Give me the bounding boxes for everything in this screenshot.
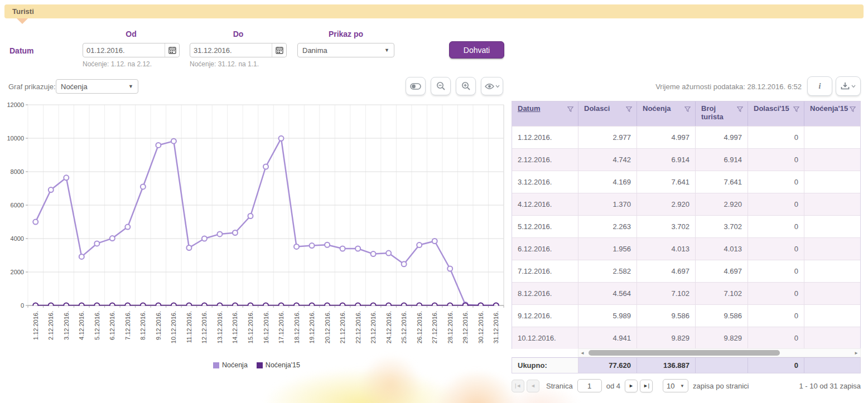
svg-text:27.12.2016.: 27.12.2016.: [431, 311, 438, 343]
svg-text:4.12.2016.: 4.12.2016.: [78, 311, 85, 340]
table-cell: 4.997: [696, 127, 748, 148]
table-row[interactable]: 10.12.2016.4.9419.8299.8290: [512, 327, 860, 349]
table-row[interactable]: 5.12.2016.2.2633.7023.7020: [512, 215, 860, 237]
date-from-field[interactable]: [83, 43, 180, 57]
total-label: Ukupno:: [512, 358, 578, 373]
filter-icon[interactable]: [567, 106, 573, 113]
table-cell: 7.641: [637, 171, 696, 193]
svg-text:8000: 8000: [11, 168, 24, 175]
table-row[interactable]: 3.12.2016.4.1697.6417.6410: [512, 171, 860, 193]
legend-item[interactable]: Noćenja'15: [257, 361, 300, 369]
dohvati-button[interactable]: Dohvati: [449, 41, 504, 59]
page-size-select[interactable]: 10 ▼: [663, 379, 688, 392]
data-updated-label: Vrijeme ažurnosti podataka: 28.12.2016. …: [614, 82, 802, 91]
chevron-down-icon: [851, 85, 856, 88]
table-row[interactable]: 7.12.2016.2.5824.6974.6970: [512, 260, 860, 282]
table-cell: 7.102: [696, 283, 748, 304]
table-cell: 7.12.2016.: [512, 260, 578, 282]
page-title: Turisti: [12, 7, 34, 16]
table-cell: 4.013: [637, 238, 696, 260]
chart-toggle-button[interactable]: [406, 77, 426, 95]
column-header-label: Dolasci: [584, 105, 610, 113]
svg-text:9.12.2016.: 9.12.2016.: [155, 311, 162, 340]
calendar-icon[interactable]: [165, 43, 179, 57]
table-cell: 9.586: [637, 305, 696, 327]
table-row[interactable]: 9.12.2016.5.9899.5869.5860: [512, 304, 860, 327]
table-cell: 4.12.2016.: [512, 193, 578, 215]
svg-text:15.12.2016.: 15.12.2016.: [247, 311, 254, 343]
table-row[interactable]: 4.12.2016.1.3702.9202.9200: [512, 193, 860, 215]
table-cell: [804, 283, 860, 304]
export-button[interactable]: [836, 76, 861, 96]
line-chart[interactable]: 0200040006000800010000120001.12.2016.2.1…: [6, 100, 508, 365]
svg-text:7.12.2016.: 7.12.2016.: [124, 311, 131, 340]
column-header[interactable]: Dolasci'15: [748, 101, 804, 126]
total-cell: [804, 358, 860, 373]
series-visibility-button[interactable]: [481, 77, 503, 95]
filter-icon[interactable]: [684, 106, 691, 113]
scroll-right-icon[interactable]: ►: [852, 351, 860, 356]
prev-page-button[interactable]: ◄: [527, 380, 539, 392]
last-page-button[interactable]: ►|: [640, 380, 653, 392]
table-cell: 10.12.2016.: [512, 327, 578, 349]
table-cell: 0: [748, 216, 804, 237]
total-cell: 136.887: [637, 358, 696, 373]
frozen-column-spacer: [512, 348, 578, 357]
column-header[interactable]: Dolasci: [578, 101, 637, 126]
table-row[interactable]: 6.12.2016.1.9564.0134.0130: [512, 237, 860, 260]
zoom-in-icon: [461, 81, 471, 91]
table-row[interactable]: 2.12.2016.4.7426.9146.9140: [512, 148, 860, 171]
scrollbar-track[interactable]: [586, 350, 852, 356]
filter-icon[interactable]: [793, 106, 799, 113]
column-header[interactable]: Datum: [512, 101, 578, 126]
date-from-input[interactable]: [83, 46, 165, 55]
table-cell: 3.702: [696, 216, 748, 237]
svg-text:23.12.2016.: 23.12.2016.: [370, 311, 377, 343]
svg-text:26.12.2016.: 26.12.2016.: [416, 311, 423, 343]
svg-text:22.12.2016.: 22.12.2016.: [355, 311, 361, 343]
legend-label: Noćenja: [222, 361, 248, 369]
filter-icon[interactable]: [737, 106, 743, 113]
zoom-in-button[interactable]: [456, 77, 476, 95]
date-to-input[interactable]: [190, 46, 272, 55]
od-label: Od: [83, 30, 180, 38]
table-row[interactable]: 8.12.2016.4.5647.1027.1020: [512, 282, 860, 304]
scrollbar-thumb[interactable]: [589, 350, 780, 356]
svg-text:1.12.2016.: 1.12.2016.: [32, 311, 39, 340]
info-button[interactable]: i: [807, 76, 832, 96]
legend-item[interactable]: Noćenja: [213, 361, 248, 369]
total-cells: 77.620136.8870: [578, 358, 860, 373]
table-cell: 4.697: [637, 260, 696, 282]
table-cell: 5.989: [578, 305, 637, 327]
table-cell: 6.914: [637, 149, 696, 171]
table-cell: [804, 193, 860, 215]
prikaz-po-select[interactable]: Danima ▼: [297, 43, 394, 57]
table-cell: 0: [748, 149, 804, 171]
next-page-button[interactable]: ►: [625, 380, 638, 392]
table-cell: 0: [748, 305, 804, 327]
prikaz-po-value: Danima: [302, 46, 327, 55]
scroll-left-icon[interactable]: ◄: [578, 351, 586, 356]
first-page-button[interactable]: |◄: [512, 380, 524, 392]
column-header[interactable]: Noćenja'15: [804, 101, 860, 126]
page-title-bar[interactable]: Turisti: [4, 4, 864, 18]
filter-icon[interactable]: [626, 106, 632, 113]
table-row[interactable]: 1.12.2016.2.9774.9974.9970: [512, 126, 860, 148]
svg-text:31.12.2016.: 31.12.2016.: [493, 311, 499, 343]
calendar-icon[interactable]: [272, 43, 286, 57]
svg-text:16.12.2016.: 16.12.2016.: [263, 311, 269, 343]
table-cell: 9.586: [696, 305, 748, 327]
graf-prikazuje-select[interactable]: Noćenja ▼: [56, 79, 138, 94]
date-to-field[interactable]: [190, 43, 287, 57]
table-cell: 6.914: [696, 149, 748, 171]
prikaz-po-label: Prikaz po: [297, 30, 394, 38]
column-header[interactable]: Noćenja: [637, 101, 696, 126]
svg-text:13.12.2016.: 13.12.2016.: [216, 311, 223, 343]
column-header[interactable]: Broj turista: [696, 101, 748, 126]
horizontal-scrollbar[interactable]: ◄ ►: [578, 348, 861, 357]
table-cell: [804, 127, 860, 148]
filter-icon[interactable]: [850, 106, 856, 113]
table-cell: 2.977: [578, 127, 637, 148]
zoom-out-button[interactable]: [431, 77, 451, 95]
page-number-input[interactable]: [577, 379, 602, 392]
